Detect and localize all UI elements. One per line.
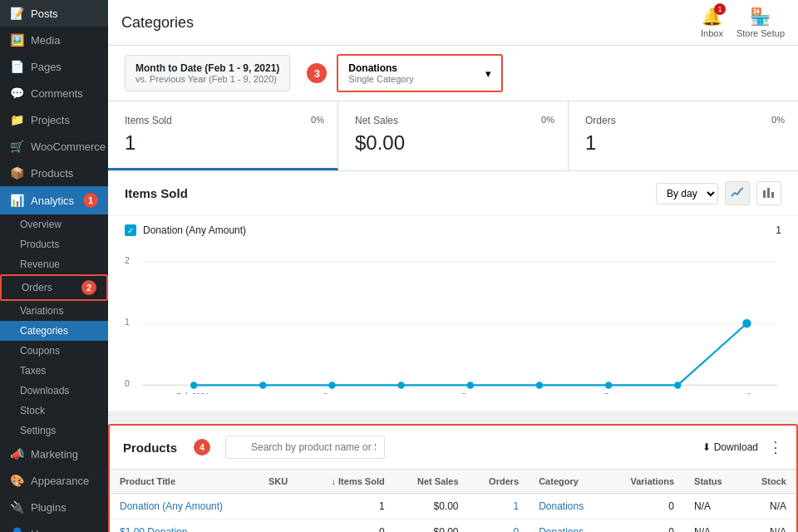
col-stock[interactable]: Stock xyxy=(742,470,796,494)
net-sales-change: 0% xyxy=(541,115,554,125)
col-variations[interactable]: Variations xyxy=(607,470,684,494)
svg-point-21 xyxy=(674,382,681,389)
category-filter-dropdown[interactable]: Donations Single Category ▾ xyxy=(337,54,503,92)
orders-link-1[interactable]: 1 xyxy=(513,500,519,512)
sidebar-subitem-coupons[interactable]: Coupons xyxy=(0,341,108,361)
svg-rect-0 xyxy=(763,190,766,198)
step1-badge: 1 xyxy=(83,193,98,208)
col-orders[interactable]: Orders xyxy=(469,470,530,494)
col-sku[interactable]: SKU xyxy=(259,470,306,494)
analytics-icon: 📊 xyxy=(10,194,24,207)
bar-chart-button[interactable] xyxy=(756,181,781,205)
orders-link-2[interactable]: 0 xyxy=(513,526,519,532)
sidebar-item-comments[interactable]: 💬 Comments xyxy=(0,80,108,106)
sidebar-subitem-variations[interactable]: Variations xyxy=(0,301,108,321)
chart-header: Items Sold By day xyxy=(108,171,798,216)
category-name: Donations xyxy=(348,62,413,74)
step3-badge: 3 xyxy=(307,63,327,83)
step2-badge: 2 xyxy=(81,280,96,295)
svg-point-18 xyxy=(467,382,474,389)
download-button[interactable]: ⬇ Download xyxy=(702,441,758,453)
col-net-sales[interactable]: Net Sales xyxy=(395,470,469,494)
sidebar-item-appearance[interactable]: 🎨 Appearance xyxy=(0,467,108,494)
items-sold-cell-1: 1 xyxy=(306,494,395,520)
items-sold-card[interactable]: Items Sold 1 0% xyxy=(108,101,338,170)
col-items-sold[interactable]: ↓ Items Sold xyxy=(306,470,395,494)
sidebar-subitem-orders[interactable]: Orders 2 xyxy=(0,274,108,301)
net-sales-card[interactable]: Net Sales $0.00 0% xyxy=(338,101,569,170)
col-product-title[interactable]: Product Title xyxy=(110,470,259,494)
orders-value: 1 xyxy=(585,131,781,155)
svg-text:5: 5 xyxy=(461,391,466,394)
store-setup-button[interactable]: 🏪 Store Setup xyxy=(736,7,785,38)
page-title: Categories xyxy=(121,14,194,32)
orders-change: 0% xyxy=(771,115,785,125)
table-row: $1.00 Donation 0 $0.00 0 Donations 0 N/A… xyxy=(110,520,796,533)
products-table-title: Products xyxy=(123,441,177,455)
net-sales-label: Net Sales xyxy=(355,115,551,126)
inbox-icon: 🔔 1 xyxy=(702,7,722,27)
legend-label: Donation (Any Amount) xyxy=(143,224,246,236)
sidebar-subitem-products[interactable]: Products xyxy=(0,234,108,254)
by-day-select[interactable]: By day xyxy=(656,183,718,204)
store-setup-label: Store Setup xyxy=(736,28,785,38)
plugins-icon: 🔌 xyxy=(10,500,24,514)
net-sales-cell-1: $0.00 xyxy=(395,494,469,520)
date-range-sub: vs. Previous Year (Feb 1 - 9, 2020) xyxy=(135,74,279,84)
category-link-1[interactable]: Donations xyxy=(539,500,584,512)
comments-icon: 💬 xyxy=(10,86,24,100)
topbar: Categories 🔔 1 Inbox 🏪 Store Setup xyxy=(108,0,798,46)
legend-checkbox[interactable]: ✓ xyxy=(125,224,136,236)
sidebar-item-marketing[interactable]: 📣 Marketing xyxy=(0,441,108,467)
sidebar-subitem-revenue[interactable]: Revenue xyxy=(0,254,108,274)
svg-text:0: 0 xyxy=(125,378,130,388)
sku-cell-1 xyxy=(259,494,306,520)
users-icon: 👤 xyxy=(10,527,24,532)
sidebar-item-woocommerce[interactable]: 🛒 WooCommerce xyxy=(0,133,108,160)
products-search-input[interactable] xyxy=(225,436,385,459)
items-sold-cell-2: 0 xyxy=(306,520,395,533)
inbox-button[interactable]: 🔔 1 Inbox xyxy=(701,7,723,38)
sidebar-item-users[interactable]: 👤 Users xyxy=(0,520,108,532)
stock-cell-2: N/A xyxy=(742,520,796,533)
sidebar-item-pages[interactable]: 📄 Pages xyxy=(0,53,108,80)
svg-point-17 xyxy=(397,382,404,389)
product-title-link-2[interactable]: $1.00 Donation xyxy=(120,526,187,532)
items-sold-label: Items Sold xyxy=(125,115,321,126)
products-header: Products 4 🔍 ⬇ Download ⋮ xyxy=(110,426,796,470)
product-title-link-1[interactable]: Donation (Any Amount) xyxy=(120,500,223,512)
col-status[interactable]: Status xyxy=(684,470,742,494)
sidebar-item-analytics[interactable]: 📊 Analytics 1 xyxy=(0,186,108,214)
sidebar-item-media[interactable]: 🖼️ Media xyxy=(0,27,108,53)
variations-cell-1: 0 xyxy=(607,494,684,520)
col-category[interactable]: Category xyxy=(529,470,607,494)
media-icon: 🖼️ xyxy=(10,33,24,47)
svg-rect-1 xyxy=(767,188,770,198)
sidebar-subitem-overview[interactable]: Overview xyxy=(0,214,108,234)
net-sales-cell-2: $0.00 xyxy=(395,520,469,533)
sidebar-item-plugins[interactable]: 🔌 Plugins xyxy=(0,494,108,520)
svg-point-19 xyxy=(536,382,543,389)
orders-card[interactable]: Orders 1 0% xyxy=(569,101,798,170)
projects-icon: 📁 xyxy=(10,113,24,126)
woocommerce-icon: 🛒 xyxy=(10,140,24,153)
sidebar-subitem-stock[interactable]: Stock xyxy=(0,401,108,421)
sku-cell-2 xyxy=(259,520,306,533)
appearance-icon: 🎨 xyxy=(10,474,24,487)
more-options-button[interactable]: ⋮ xyxy=(768,438,783,456)
sidebar-subitem-downloads[interactable]: Downloads xyxy=(0,381,108,401)
sidebar-subitem-categories[interactable]: Categories xyxy=(0,321,108,341)
category-sub: Single Category xyxy=(348,74,413,84)
sidebar-item-posts[interactable]: 📝 Posts xyxy=(0,0,108,27)
svg-point-20 xyxy=(605,382,612,389)
items-sold-value: 1 xyxy=(125,131,321,155)
line-chart-button[interactable] xyxy=(725,181,750,205)
status-cell-1: N/A xyxy=(684,494,742,520)
sidebar-item-projects[interactable]: 📁 Projects xyxy=(0,106,108,133)
sidebar-subitem-settings[interactable]: Settings xyxy=(0,421,108,441)
sidebar-item-products[interactable]: 📦 Products xyxy=(0,160,108,186)
svg-text:Feb 2021: Feb 2021 xyxy=(176,391,209,394)
sidebar-subitem-taxes[interactable]: Taxes xyxy=(0,361,108,381)
category-link-2[interactable]: Donations xyxy=(539,526,584,532)
date-filter[interactable]: Month to Date (Feb 1 - 9, 2021) vs. Prev… xyxy=(125,55,290,91)
